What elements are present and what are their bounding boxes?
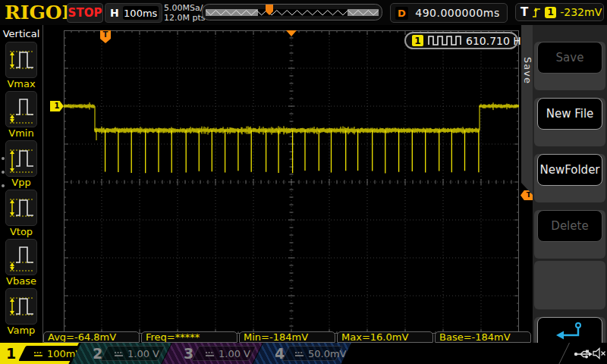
vpp-icon — [5, 140, 37, 177]
trigger-readout: T 1 -232mV — [515, 3, 604, 21]
counter-value: 610.710 Hz — [466, 35, 527, 47]
menu-slot — [534, 261, 605, 309]
run-status-badge: STOP — [67, 3, 103, 23]
menu-item-label: Vbase — [6, 275, 36, 287]
menu-tab-label: Save — [522, 57, 533, 84]
acquisition-info: 5.00MSa/s 12.0M pts — [164, 3, 207, 23]
horizontal-timebase[interactable]: H 100ms — [105, 3, 162, 23]
menu-item-label: Vamp — [8, 325, 36, 337]
channel-scale: 1.00 V — [114, 346, 159, 361]
delay-value: 490.000000ms — [408, 7, 507, 19]
measurement-item: Avg=-64.8mV — [43, 331, 140, 343]
usb-icon — [574, 348, 593, 362]
brand-logo: RIGOL — [5, 2, 75, 24]
vtop-icon — [5, 190, 37, 226]
delay-label: D — [395, 7, 408, 20]
button-new-file[interactable]: New File — [537, 98, 602, 130]
menu-slot: Delete — [534, 210, 605, 259]
separator — [558, 343, 570, 364]
speaker-muted-icon — [593, 347, 606, 362]
counter-channel-badge: 1 — [412, 35, 423, 46]
frequency-counter: 1 610.710 Hz — [404, 32, 518, 49]
timebase-label: H — [110, 7, 119, 19]
channel-number: 4 — [275, 344, 285, 362]
measurement-item: Base=-184mV — [435, 331, 531, 343]
menu-item-label: Vtop — [10, 226, 33, 238]
channel-number: 1 — [6, 344, 16, 362]
channel-number: 2 — [93, 344, 102, 362]
square-wave-icon — [428, 35, 461, 46]
oscilloscope-screen: RIGOL STOP H 100ms 5.00MSa/s 12.0M pts D… — [0, 0, 607, 364]
channel-scale-value: 50.0mV — [308, 348, 347, 359]
return-arrow-icon — [552, 320, 587, 346]
timebase-value: 100ms — [123, 6, 159, 20]
menu-item-vtop[interactable]: Vtop — [0, 190, 42, 239]
trigger-level-value: -232mV — [560, 6, 602, 18]
channel-scale-value: 1.00 V — [127, 348, 159, 359]
menu-item-vmax[interactable]: Vmax — [0, 42, 42, 91]
button-delete[interactable]: Delete — [537, 210, 602, 242]
channel-number: 3 — [184, 344, 193, 362]
menu-item-vbase[interactable]: Vbase — [0, 239, 42, 288]
dc-coupling-icon — [205, 350, 215, 357]
left-menu: Vertical VmaxVminVppVtopVbaseVamp — [0, 25, 43, 343]
dc-coupling-icon — [294, 350, 304, 357]
menu-slot: NewFolder — [534, 154, 605, 202]
menu-item-label: Vmin — [8, 127, 33, 140]
delay-readout: D 490.000000ms — [390, 3, 508, 23]
menu-item-vmin[interactable]: Vmin — [0, 91, 42, 140]
channel-scale-value: 1.00 V — [219, 348, 250, 359]
rising-edge-icon — [532, 6, 541, 19]
dc-coupling-icon — [33, 350, 43, 357]
waveform-display: 1 610.710 Hz T 1 T Avg=-64.8mVFreq=*****… — [43, 25, 533, 343]
record-position-bar[interactable] — [202, 4, 382, 20]
channel-scale: 1.00 V — [205, 346, 250, 361]
dc-coupling-icon — [114, 350, 124, 357]
menu-item-label: Vmax — [7, 78, 35, 90]
vamp-icon — [5, 288, 37, 325]
channel-scale: 50.0mV — [294, 346, 347, 361]
button-newfolder[interactable]: NewFolder — [537, 154, 602, 186]
measurement-item: Max=16.0mV — [337, 331, 433, 343]
channel1-level-marker[interactable]: 1 — [50, 101, 64, 111]
trigger-label: T — [521, 5, 528, 19]
menu-item-vpp[interactable]: Vpp — [0, 140, 42, 190]
menu-title: Vertical — [0, 25, 42, 42]
measurement-item: Freq=***** — [141, 331, 237, 343]
menu-item-vamp[interactable]: Vamp — [0, 288, 42, 337]
menu-scroll-dots — [2, 146, 5, 198]
menu-slot: Save — [534, 42, 605, 90]
vbase-icon — [5, 239, 37, 275]
vmin-icon — [5, 91, 37, 127]
menu-item-label: Vpp — [11, 177, 30, 189]
button-save[interactable]: Save — [537, 42, 602, 74]
top-bar: RIGOL STOP H 100ms 5.00MSa/s 12.0M pts D… — [0, 0, 607, 26]
memory-depth: 12.0M pts — [164, 13, 207, 23]
trigger-source-badge: 1 — [545, 7, 556, 18]
channel-status-bar: 1100mV21.00 V31.00 V450.0mV — [0, 343, 607, 364]
sample-rate: 5.00MSa/s — [164, 3, 207, 13]
soft-menu: SaveNew FileNewFolderDelete — [533, 25, 607, 343]
menu-tab: Save — [521, 25, 533, 195]
menu-slot: New File — [534, 98, 605, 146]
vmax-icon — [5, 42, 37, 78]
measurement-item: Min=-184mV — [239, 331, 335, 343]
graticule — [64, 30, 519, 334]
measurement-bar: Avg=-64.8mVFreq=*****Min=-184mVMax=16.0m… — [43, 331, 531, 343]
horizontal-center-marker — [286, 30, 297, 36]
